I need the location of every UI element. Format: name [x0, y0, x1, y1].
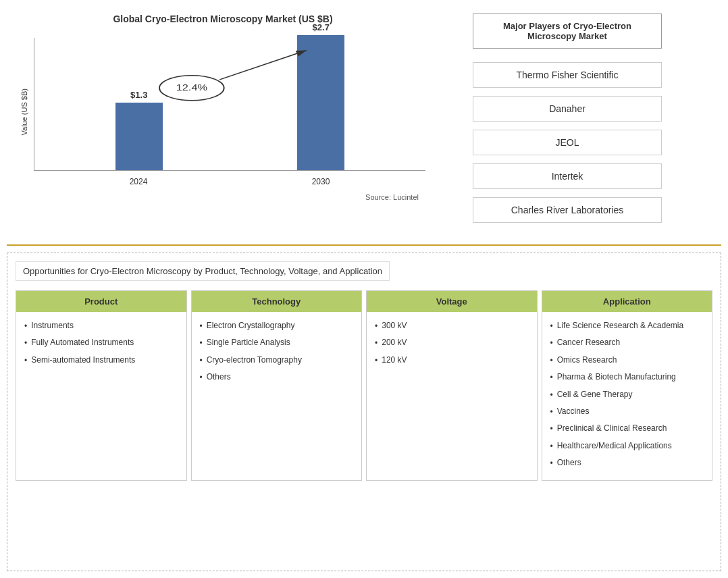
x-labels: 2024 2030 — [34, 174, 425, 186]
player-item-5: Charles River Laboratories — [473, 197, 662, 223]
source-label: Source: Lucintel — [20, 193, 425, 201]
bar-value-2030: $2.7 — [313, 22, 330, 32]
column-header-technology: Technology — [192, 291, 362, 312]
players-panel: Major Players of Cryo-ElectronMicroscopy… — [439, 7, 696, 238]
bullet: • — [550, 440, 553, 453]
svg-point-0 — [159, 76, 224, 101]
item-text: Others — [207, 370, 231, 384]
player-item-3: JEOL — [473, 130, 662, 155]
item-text: Preclinical & Clinical Research — [557, 421, 667, 435]
bullet: • — [550, 405, 553, 419]
column-header-product: Product — [16, 291, 186, 312]
bullet: • — [200, 319, 203, 333]
item-text: Others — [557, 456, 581, 469]
item-text: Semi-automated Instruments — [31, 353, 135, 367]
column-application: Application •Life Science Research & Aca… — [542, 290, 713, 481]
column-body-voltage: •300 kV •200 kV •120 kV — [367, 312, 537, 480]
item-text: Instruments — [31, 319, 74, 332]
item-text: Omics Research — [557, 353, 617, 367]
bullet: • — [24, 319, 27, 333]
item-text: Vaccines — [557, 404, 590, 418]
bullet: • — [550, 388, 553, 402]
list-item: •Others — [200, 370, 354, 384]
list-item: •Cell & Gene Therapy — [550, 388, 704, 402]
list-item: •Vaccines — [550, 404, 704, 419]
bullet: • — [200, 354, 203, 367]
item-text: Healthcare/Medical Applications — [557, 439, 672, 452]
bullet: • — [375, 336, 378, 350]
bullet: • — [375, 319, 378, 333]
column-body-product: •Instruments •Fully Automated Instrument… — [16, 312, 186, 480]
list-item: •Instruments — [24, 319, 178, 333]
item-text: Single Particle Analysis — [207, 336, 290, 349]
annotation-svg: 12.4% — [34, 38, 425, 170]
column-body-application: •Life Science Research & Academia •Cance… — [542, 312, 712, 480]
item-text: Cryo-electron Tomography — [207, 353, 302, 367]
svg-line-1 — [219, 51, 306, 80]
top-section: Global Cryo-Electron Microscopy Market (… — [7, 7, 721, 246]
chart-wrapper: Value (US $B) $1.3 $2.7 — [20, 38, 425, 186]
bullet: • — [200, 336, 203, 350]
bullet: • — [375, 354, 378, 367]
column-product: Product •Instruments •Fully Automated In… — [16, 290, 187, 481]
column-header-application: Application — [542, 291, 712, 312]
list-item: •120 kV — [375, 353, 529, 367]
item-text: Fully Automated Instruments — [31, 336, 134, 349]
item-text: Cancer Research — [557, 336, 620, 349]
bullet: • — [550, 336, 553, 350]
bar-group-2024: $1.3 — [115, 90, 163, 170]
chart-content: $1.3 $2.7 — [34, 38, 425, 186]
column-body-technology: •Electron Crystallography •Single Partic… — [192, 312, 362, 480]
opportunities-title: Opportunities for Cryo-Electron Microsco… — [16, 261, 390, 281]
list-item: •Semi-automated Instruments — [24, 353, 178, 367]
player-item-1: Thermo Fisher Scientific — [473, 62, 662, 88]
item-text: 200 kV — [382, 336, 407, 349]
bar-2030 — [297, 35, 344, 170]
svg-text:12.4%: 12.4% — [176, 82, 207, 93]
item-text: Cell & Gene Therapy — [557, 388, 633, 401]
list-item: •Preclinical & Clinical Research — [550, 421, 704, 436]
bar-group-2030: $2.7 — [297, 22, 344, 170]
bullet: • — [550, 354, 553, 367]
list-item: •Fully Automated Instruments — [24, 336, 178, 350]
list-item: •Life Science Research & Academia — [550, 319, 704, 333]
list-item: •200 kV — [375, 336, 529, 350]
bar-label-2024: 2024 — [130, 177, 148, 186]
list-item: •Cancer Research — [550, 336, 704, 350]
item-text: Electron Crystallography — [207, 319, 295, 332]
main-container: Global Cryo-Electron Microscopy Market (… — [0, 0, 728, 578]
list-item: •Omics Research — [550, 353, 704, 367]
item-text: 300 kV — [382, 319, 407, 332]
item-text: 120 kV — [382, 353, 407, 367]
list-item: •Cryo-electron Tomography — [200, 353, 354, 367]
list-item: •Others — [550, 456, 704, 470]
item-text: Pharma & Biotech Manufacturing — [557, 370, 676, 384]
list-item: •Pharma & Biotech Manufacturing — [550, 370, 704, 384]
list-item: •Electron Crystallography — [200, 319, 354, 333]
column-header-voltage: Voltage — [367, 291, 537, 312]
bar-value-2024: $1.3 — [130, 90, 147, 100]
bullet: • — [200, 371, 203, 384]
column-technology: Technology •Electron Crystallography •Si… — [191, 290, 363, 481]
chart-area: Global Cryo-Electron Microscopy Market (… — [7, 7, 439, 238]
item-text: Life Science Research & Academia — [557, 319, 683, 332]
y-axis-label: Value (US $B) — [20, 88, 28, 136]
bullet: • — [550, 422, 553, 436]
columns-row: Product •Instruments •Fully Automated In… — [16, 290, 712, 481]
bar-2024 — [115, 103, 163, 170]
bottom-section: Opportunities for Cryo-Electron Microsco… — [7, 253, 721, 571]
bullet: • — [24, 336, 27, 350]
list-item: •Single Particle Analysis — [200, 336, 354, 350]
list-item: •300 kV — [375, 319, 529, 333]
player-item-4: Intertek — [473, 163, 662, 189]
bar-label-2030: 2030 — [312, 177, 330, 186]
bullet: • — [550, 371, 553, 384]
bullet: • — [550, 456, 553, 470]
player-item-2: Danaher — [473, 96, 662, 122]
column-voltage: Voltage •300 kV •200 kV •120 kV — [366, 290, 538, 481]
bullet: • — [24, 354, 27, 367]
bullet: • — [550, 319, 553, 333]
bars-area: $1.3 $2.7 — [34, 38, 425, 171]
list-item: •Healthcare/Medical Applications — [550, 439, 704, 453]
players-title: Major Players of Cryo-ElectronMicroscopy… — [473, 14, 662, 49]
